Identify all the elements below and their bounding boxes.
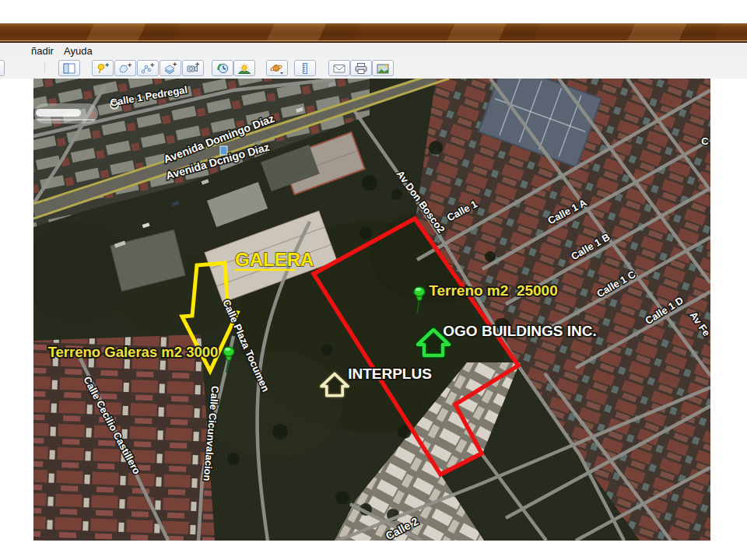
ruler-icon [298, 62, 312, 75]
overlay-plus-icon: + [163, 62, 177, 75]
add-placemark-button[interactable]: + [92, 60, 114, 76]
toggle-sidebar-button[interactable] [58, 60, 80, 76]
polygon-plus-icon: + [118, 62, 132, 75]
add-path-button[interactable]: + [137, 60, 159, 76]
svg-text:+: + [173, 62, 177, 68]
desktop-wood-band [0, 23, 747, 40]
envelope-icon [332, 62, 346, 75]
clipped-toolbar-button[interactable] [0, 60, 5, 76]
street-label-clipped-c: C [701, 135, 709, 147]
ruler-button[interactable] [294, 60, 316, 76]
sun-icon [237, 62, 251, 75]
image-icon [376, 62, 390, 75]
add-polygon-button[interactable]: + [114, 60, 136, 76]
email-button[interactable] [328, 60, 350, 76]
planets-button[interactable] [266, 60, 288, 76]
clock-history-icon [216, 62, 230, 75]
interplus-label[interactable]: INTERPLUS [348, 366, 432, 382]
save-image-button[interactable] [372, 60, 394, 76]
historical-imagery-button[interactable] [212, 60, 233, 76]
wood-grain-texture [0, 23, 747, 40]
menu-bar: ñadir Ayuda [0, 43, 747, 58]
add-image-overlay-button[interactable]: + [160, 60, 181, 76]
path-plus-icon: + [141, 62, 155, 75]
pushpin-plus-icon: + [96, 62, 110, 75]
screen: ñadir Ayuda + + + + + [0, 0, 747, 560]
terreno-25000-label[interactable]: Terreno m2 25000 [429, 282, 557, 299]
print-button[interactable] [350, 60, 372, 76]
svg-text:+: + [195, 62, 199, 68]
camera-plus-icon: + [186, 62, 200, 75]
menu-item-ayuda[interactable]: Ayuda [61, 44, 96, 58]
svg-text:+: + [105, 62, 109, 69]
svg-text:+: + [150, 62, 154, 69]
svg-text:+: + [128, 62, 132, 69]
record-tour-button[interactable]: + [182, 60, 204, 76]
toolbar-separator [44, 61, 45, 73]
saturn-icon [269, 62, 285, 75]
map-view[interactable]: Calle 1 Pedregal Avenida Domingo Diaz Av… [33, 79, 710, 541]
sunlight-button[interactable] [233, 60, 255, 76]
menu-item-anadir[interactable]: ñadir [28, 44, 57, 58]
ogo-buildings-label[interactable]: OGO BUILDINGS INC. [443, 323, 596, 339]
toolbar: + + + + + [0, 58, 747, 79]
printer-icon [354, 62, 368, 75]
terreno-galeras-3000-label[interactable]: Terreno Galeras m2 3000 [48, 344, 219, 360]
sidebar-panel-icon [62, 62, 76, 75]
galera-label[interactable]: GALERA [235, 249, 314, 270]
